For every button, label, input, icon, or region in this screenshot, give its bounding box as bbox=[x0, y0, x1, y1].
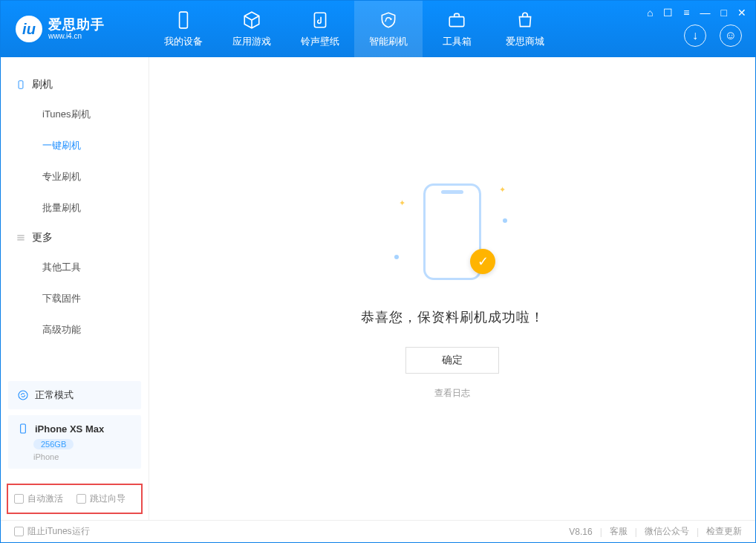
svg-rect-5 bbox=[21, 424, 26, 433]
sync-icon bbox=[17, 389, 29, 401]
content-area: 刷机 iTunes刷机 一键刷机 专业刷机 批量刷机 更多 其他工具 下载固件 … bbox=[1, 57, 755, 520]
header-right-icons: ↓ ☺ bbox=[684, 25, 742, 47]
tab-label: 铃声壁纸 bbox=[301, 35, 339, 48]
sidebar-item-itunes-flash[interactable]: iTunes刷机 bbox=[1, 99, 149, 130]
device-outline-icon bbox=[16, 79, 26, 90]
svg-point-4 bbox=[19, 391, 27, 400]
minimize-button[interactable]: — bbox=[700, 7, 711, 19]
sidebar-item-download-firmware[interactable]: 下载固件 bbox=[1, 283, 149, 314]
tab-label: 我的设备 bbox=[164, 35, 203, 48]
device-type: iPhone bbox=[33, 452, 132, 461]
tab-toolbox[interactable]: 工具箱 bbox=[423, 1, 491, 57]
checkbox-block-itunes[interactable]: 阻止iTunes运行 bbox=[14, 525, 90, 538]
titlebar: iu 爱思助手 www.i4.cn 我的设备 应用游戏 铃声壁纸 智能刷机 工具… bbox=[1, 1, 755, 57]
ok-button[interactable]: 确定 bbox=[405, 347, 499, 374]
sidebar-section-more[interactable]: 更多 bbox=[1, 224, 149, 252]
feedback-icon[interactable]: ☐ bbox=[663, 7, 673, 19]
footer-link-service[interactable]: 客服 bbox=[610, 525, 628, 538]
footer-link-wechat[interactable]: 微信公众号 bbox=[645, 525, 689, 538]
tab-label: 智能刷机 bbox=[369, 35, 408, 48]
briefcase-icon bbox=[446, 10, 467, 30]
checkbox-label: 自动激活 bbox=[27, 492, 63, 505]
checkbox-label: 跳过向导 bbox=[90, 492, 126, 505]
success-message: 恭喜您，保资料刷机成功啦！ bbox=[361, 308, 544, 326]
highlighted-checkbox-area: 自动激活 跳过向导 bbox=[7, 484, 143, 514]
device-storage: 256GB bbox=[33, 439, 74, 449]
phone-small-icon bbox=[17, 423, 29, 435]
sidebar-item-pro-flash[interactable]: 专业刷机 bbox=[1, 161, 149, 192]
sidebar-section-label: 更多 bbox=[32, 231, 53, 244]
shopping-bag-icon bbox=[515, 10, 535, 30]
checkbox-label: 阻止iTunes运行 bbox=[27, 525, 90, 538]
svg-rect-2 bbox=[449, 17, 464, 27]
window-controls: ⌂ ☐ ≡ — □ ✕ bbox=[647, 7, 746, 19]
separator: | bbox=[600, 527, 602, 537]
svg-rect-1 bbox=[314, 13, 325, 27]
device-info-area: 正常模式 iPhone XS Max 256GB iPhone bbox=[1, 381, 149, 484]
checkbox-skip-guide[interactable]: 跳过向导 bbox=[76, 492, 126, 505]
tab-ringtone-wallpaper[interactable]: 铃声壁纸 bbox=[286, 1, 354, 57]
tab-smart-flash[interactable]: 智能刷机 bbox=[354, 1, 423, 57]
logo-area: iu 爱思助手 www.i4.cn bbox=[1, 16, 149, 42]
sidebar-item-other-tools[interactable]: 其他工具 bbox=[1, 252, 149, 283]
user-icon[interactable]: ☺ bbox=[720, 25, 742, 47]
tab-label: 应用游戏 bbox=[232, 35, 271, 48]
view-log-link[interactable]: 查看日志 bbox=[434, 387, 470, 400]
download-icon[interactable]: ↓ bbox=[684, 25, 706, 47]
tshirt-icon[interactable]: ⌂ bbox=[647, 7, 653, 19]
app-subtitle: www.i4.cn bbox=[48, 32, 105, 40]
phone-icon bbox=[173, 10, 194, 30]
menu-icon[interactable]: ≡ bbox=[683, 7, 689, 19]
checkbox-box-icon bbox=[76, 494, 86, 504]
checkbox-auto-activate[interactable]: 自动激活 bbox=[14, 492, 63, 505]
separator: | bbox=[697, 527, 699, 537]
sidebar-section-label: 刷机 bbox=[32, 78, 53, 91]
maximize-button[interactable]: □ bbox=[721, 7, 727, 19]
footer-link-update[interactable]: 检查更新 bbox=[706, 525, 742, 538]
refresh-shield-icon bbox=[378, 10, 399, 30]
checkmark-badge-icon: ✓ bbox=[470, 249, 495, 274]
mode-card[interactable]: 正常模式 bbox=[8, 381, 141, 409]
main-tabs: 我的设备 应用游戏 铃声壁纸 智能刷机 工具箱 爱思商城 bbox=[149, 1, 559, 57]
tab-label: 工具箱 bbox=[443, 35, 472, 48]
tab-label: 爱思商城 bbox=[506, 35, 544, 48]
checkbox-box-icon bbox=[14, 494, 24, 504]
version-label: V8.16 bbox=[569, 527, 592, 537]
footer: 阻止iTunes运行 V8.16 | 客服 | 微信公众号 | 检查更新 bbox=[1, 520, 755, 542]
svg-rect-0 bbox=[180, 12, 188, 28]
checkbox-box-icon bbox=[14, 527, 24, 536]
device-model: iPhone XS Max bbox=[35, 423, 104, 435]
close-button[interactable]: ✕ bbox=[737, 7, 746, 19]
success-illustration: ✦ ✦ ✓ bbox=[393, 178, 512, 289]
main-panel: ✦ ✦ ✓ 恭喜您，保资料刷机成功啦！ 确定 查看日志 bbox=[149, 57, 755, 520]
tab-my-device[interactable]: 我的设备 bbox=[149, 1, 218, 57]
svg-rect-3 bbox=[19, 81, 23, 89]
tab-store[interactable]: 爱思商城 bbox=[491, 1, 559, 57]
app-title: 爱思助手 bbox=[48, 18, 105, 33]
sidebar-item-batch-flash[interactable]: 批量刷机 bbox=[1, 192, 149, 224]
list-icon bbox=[16, 233, 26, 243]
sidebar-item-oneclick-flash[interactable]: 一键刷机 bbox=[1, 130, 149, 161]
cube-icon bbox=[241, 10, 262, 30]
sidebar: 刷机 iTunes刷机 一键刷机 专业刷机 批量刷机 更多 其他工具 下载固件 … bbox=[1, 57, 149, 520]
sidebar-item-advanced[interactable]: 高级功能 bbox=[1, 314, 149, 345]
mode-label: 正常模式 bbox=[35, 388, 74, 402]
sidebar-section-flash[interactable]: 刷机 bbox=[1, 71, 149, 99]
device-card[interactable]: iPhone XS Max 256GB iPhone bbox=[8, 415, 141, 469]
app-logo-icon: iu bbox=[16, 16, 42, 42]
separator: | bbox=[635, 527, 637, 537]
tab-apps-games[interactable]: 应用游戏 bbox=[218, 1, 286, 57]
music-note-icon bbox=[310, 10, 330, 30]
